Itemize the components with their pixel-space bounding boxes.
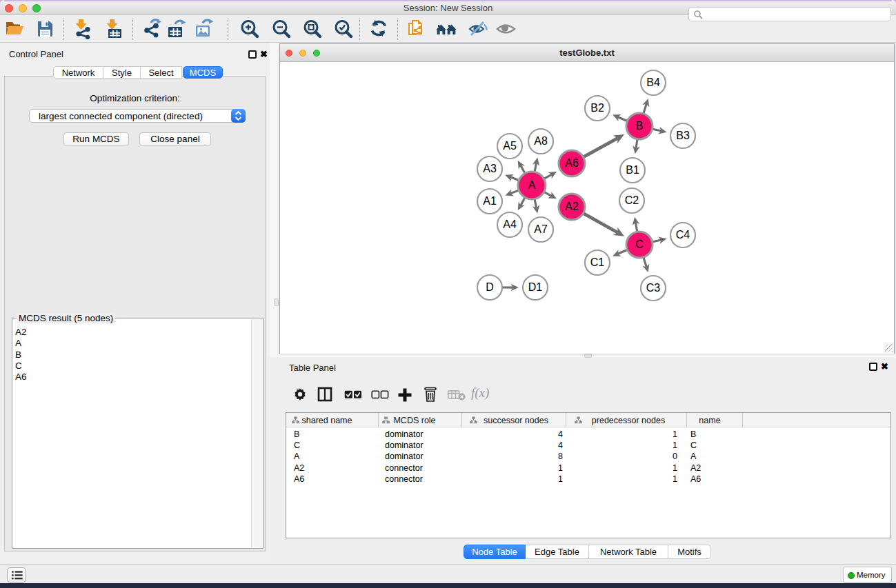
svg-text:B2: B2 (590, 102, 604, 114)
svg-text:D: D (486, 281, 494, 293)
svg-text:D1: D1 (528, 281, 543, 293)
svg-text:A6: A6 (565, 157, 579, 169)
svg-text:C2: C2 (625, 194, 639, 206)
svg-text:A4: A4 (503, 219, 517, 230)
svg-text:A7: A7 (534, 223, 548, 235)
svg-text:B4: B4 (646, 77, 660, 88)
svg-text:C4: C4 (676, 229, 690, 241)
svg-text:A3: A3 (483, 163, 497, 174)
svg-text:A2: A2 (565, 201, 579, 212)
svg-text:A: A (528, 179, 536, 191)
svg-text:B3: B3 (676, 130, 690, 141)
svg-text:B1: B1 (626, 164, 639, 176)
svg-text:C1: C1 (590, 256, 605, 268)
svg-text:C: C (635, 239, 644, 250)
svg-text:A5: A5 (503, 140, 517, 152)
svg-text:A8: A8 (534, 135, 548, 147)
svg-text:A1: A1 (483, 195, 497, 207)
svg-text:C3: C3 (646, 282, 661, 294)
svg-text:B: B (636, 120, 644, 132)
